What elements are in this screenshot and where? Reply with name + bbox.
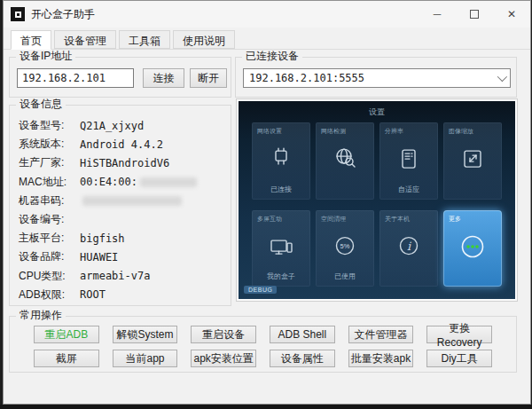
app-window: 开心盒子助手 ─ ✕ 首页 设备管理 工具箱 使用说明 设备IP地址 连接 断开… <box>3 0 531 405</box>
screen-settings-title: 设置 <box>239 106 515 118</box>
common-actions-group-title: 常用操作 <box>16 309 66 322</box>
svg-text:i: i <box>407 240 411 253</box>
settings-tile-grid: 网络设置 已连接 网络检测 <box>252 122 502 287</box>
replace-recovery-button[interactable]: 更换Recovery <box>426 326 492 343</box>
monitor-icon <box>267 232 295 261</box>
minimize-icon[interactable]: ─ <box>419 1 456 28</box>
tile-network-check: 网络检测 <box>316 122 374 200</box>
tab-toolbox[interactable]: 工具箱 <box>119 30 170 49</box>
reboot-device-button[interactable]: 重启设备 <box>191 326 256 343</box>
app-icon <box>11 7 25 21</box>
globe-search-icon <box>331 145 359 173</box>
disconnect-button[interactable]: 断开 <box>190 68 227 88</box>
resolution-list-icon <box>395 145 423 173</box>
tile-storage-cleanup: 空间清理 5% 已使用 <box>316 210 374 287</box>
info-icon: i <box>395 232 423 261</box>
info-row-model: 设备型号: Q21A_xjxyd <box>19 116 225 135</box>
ip-address-input[interactable] <box>17 68 134 88</box>
info-row-os: 系统版本: Android 4.4.2 <box>19 135 225 153</box>
device-ip-group-title: 设备IP地址 <box>16 50 75 63</box>
info-row-serial: 机器串码: <box>19 192 225 210</box>
unlock-system-button[interactable]: 解锁System <box>113 326 178 343</box>
redacted-mac-blur <box>140 177 197 187</box>
close-icon[interactable]: ✕ <box>493 1 530 28</box>
tile-image-scaling: 图像缩放 <box>443 122 502 200</box>
apk-install-location-button[interactable]: apk安装位置 <box>191 350 256 367</box>
actions-row-2: 截屏 当前app apk安装位置 设备属性 批量安装apk Diy工具 <box>34 350 492 367</box>
actions-row-1: 重启ADB 解锁System 重启设备 ADB Shell 文件管理器 更换Re… <box>34 326 492 343</box>
diy-tools-button[interactable]: Diy工具 <box>426 350 492 367</box>
tab-instructions[interactable]: 使用说明 <box>173 30 235 49</box>
device-screen-preview: 设置 网络设置 已连接 网络检测 <box>236 98 518 302</box>
adb-shell-button[interactable]: ADB Shell <box>270 326 335 343</box>
tab-device-management[interactable]: 设备管理 <box>54 30 116 49</box>
info-row-adb: ADB权限: ROOT <box>19 286 225 304</box>
more-dots-icon <box>458 232 488 262</box>
file-manager-button[interactable]: 文件管理器 <box>348 326 414 343</box>
connect-button[interactable]: 连接 <box>143 68 184 88</box>
window-controls: ─ ✕ <box>419 1 530 28</box>
info-row-mac: MAC地址: 00:E4:00: <box>19 173 225 192</box>
info-row-cpu: CPU类型: armeabi-v7a <box>19 267 225 286</box>
network-plug-icon <box>267 145 295 173</box>
titlebar: 开心盒子助手 ─ ✕ <box>4 1 530 28</box>
tab-strip: 首页 设备管理 工具箱 使用说明 <box>4 28 530 50</box>
current-app-button[interactable]: 当前app <box>113 350 178 367</box>
info-row-platform: 主板平台: bigfish <box>19 229 225 248</box>
common-actions-group: 常用操作 重启ADB 解锁System 重启设备 ADB Shell 文件管理器… <box>9 316 517 373</box>
tile-about-device: 关于本机 i <box>379 210 438 287</box>
desktop-edge <box>0 405 532 409</box>
connected-device-value: 192.168.2.101:5555 <box>249 72 364 84</box>
svg-text:5%: 5% <box>340 242 350 250</box>
chevron-down-icon <box>497 72 507 82</box>
device-properties-button[interactable]: 设备属性 <box>270 350 335 367</box>
connected-device-select[interactable]: 192.168.2.101:5555 <box>243 68 511 88</box>
device-info-rows: 设备型号: Q21A_xjxyd 系统版本: Android 4.4.2 生产厂… <box>19 116 225 304</box>
restart-adb-button[interactable]: 重启ADB <box>34 326 99 343</box>
info-row-manufacturer: 生产厂家: HiSTBAndroidV6 <box>19 153 225 172</box>
device-info-group-title: 设备信息 <box>16 98 66 111</box>
tab-home[interactable]: 首页 <box>11 30 51 50</box>
info-row-device-number: 设备编号: <box>19 210 225 229</box>
tile-network-settings: 网络设置 已连接 <box>252 122 310 200</box>
connected-devices-group: 已连接设备 192.168.2.101:5555 <box>235 57 517 98</box>
connected-devices-group-title: 已连接设备 <box>242 50 302 63</box>
debug-badge: DEBUG <box>244 286 277 294</box>
batch-install-apk-button[interactable]: 批量安装apk <box>348 350 414 367</box>
device-info-group: 设备信息 设备型号: Q21A_xjxyd 系统版本: Android 4.4.… <box>9 105 231 306</box>
device-screen: 设置 网络设置 已连接 网络检测 <box>239 101 515 299</box>
device-ip-group: 设备IP地址 连接 断开 <box>9 57 231 98</box>
tile-more: 更多 <box>443 210 502 287</box>
info-row-brand: 设备品牌: HUAWEI <box>19 248 225 266</box>
window-title: 开心盒子助手 <box>31 7 95 22</box>
maximize-icon[interactable] <box>456 1 493 28</box>
tile-multi-screen: 多屏互动 我的盒子 <box>252 210 310 287</box>
storage-percent-icon: 5% <box>331 232 359 261</box>
scale-arrows-icon <box>458 145 487 173</box>
redacted-serial-blur <box>82 196 182 206</box>
screenshot-button[interactable]: 截屏 <box>34 350 99 367</box>
tile-resolution: 分辨率 自适应 <box>379 122 438 200</box>
